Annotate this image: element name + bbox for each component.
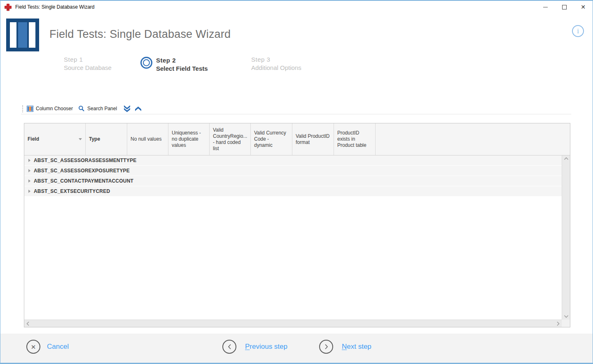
window-title: Field Tests: Single Database Wizard — [15, 4, 95, 10]
next-step-button[interactable]: Next step — [319, 340, 371, 354]
column-header-no-null-values[interactable]: No null values — [127, 123, 168, 155]
chevron-right-circle-icon — [319, 340, 333, 354]
cancel-label: Cancel — [47, 343, 69, 351]
scroll-right-icon[interactable] — [556, 321, 560, 326]
cancel-x-circle-icon: ✕ — [26, 340, 40, 354]
step-number: Step 2 — [156, 56, 208, 65]
table-row[interactable]: ABST_SC_EXTSECURITYCRED — [24, 186, 562, 197]
scroll-down-icon[interactable] — [564, 315, 569, 318]
expand-arrow-icon[interactable] — [28, 169, 30, 172]
active-step-ring-icon — [140, 57, 152, 69]
table-row[interactable]: ABST_SC_ASSESSOREXPOSURETYPE — [24, 166, 562, 176]
grid-toolbar: Column Chooser Search Panel — [21, 103, 571, 114]
column-header-valid-currency-code[interactable]: Valid Currency Code - dynamic — [251, 123, 292, 155]
column-chooser-label: Column Chooser — [36, 106, 73, 111]
step-label: Additional Options — [251, 64, 301, 72]
grid-header-row: Field Type No null values Uniqueness - n… — [24, 123, 570, 155]
column-header-productid-exists[interactable]: ProductID exists in Product table — [334, 123, 376, 155]
chevron-left-circle-icon — [222, 340, 236, 354]
column-header-valid-countryregion[interactable]: Valid CountryRegio... - hard coded list — [210, 123, 251, 155]
column-chooser-icon — [27, 106, 33, 112]
column-chooser-button[interactable]: Column Chooser — [27, 106, 73, 112]
table-row[interactable]: ABST_SC_CONTACTPAYMENTACCOUNT — [24, 176, 562, 186]
close-icon: ✕ — [581, 4, 586, 10]
table-row[interactable]: ABST_SC_ASSESSORASSESSMENTTYPE — [24, 155, 562, 166]
column-header-filler — [376, 123, 570, 155]
step-label: Select Field Tests — [156, 65, 208, 73]
expand-arrow-icon[interactable] — [28, 159, 30, 162]
expand-chevron-up-icon[interactable] — [134, 105, 142, 112]
toolbar-grip-handle[interactable] — [22, 105, 23, 112]
horizontal-scrollbar[interactable] — [24, 320, 562, 327]
app-logo-icon — [6, 19, 39, 51]
info-icon: i — [577, 27, 579, 35]
previous-step-button[interactable]: Previous step — [222, 340, 287, 354]
maximize-button[interactable] — [555, 1, 574, 13]
collapse-all-double-chevron-down-icon[interactable] — [123, 105, 131, 112]
step-label: Source Database — [64, 64, 112, 72]
title-bar: Field Tests: Single Database Wizard ✕ — [0, 1, 593, 13]
window-controls: ✕ — [536, 1, 593, 13]
step-2-select-field-tests: Step 2 Select Field Tests — [140, 56, 208, 73]
search-icon — [78, 105, 85, 112]
wizard-footer: ✕ Cancel Previous step Next step — [0, 334, 593, 363]
close-button[interactable]: ✕ — [574, 1, 593, 13]
sort-descending-icon — [79, 138, 82, 140]
search-panel-button[interactable]: Search Panel — [78, 105, 117, 112]
logo-bar-right — [29, 22, 35, 48]
step-number: Step 1 — [64, 56, 112, 64]
cancel-button[interactable]: ✕ Cancel — [26, 340, 69, 354]
previous-step-label: Previous step — [245, 343, 287, 351]
minimize-icon — [543, 7, 548, 7]
expand-arrow-icon[interactable] — [28, 190, 30, 193]
app-red-cross-icon — [5, 4, 12, 11]
step-1-source-database: Step 1 Source Database — [64, 56, 112, 72]
column-header-type[interactable]: Type — [86, 123, 127, 155]
expand-arrow-icon[interactable] — [28, 179, 30, 183]
scroll-up-icon[interactable] — [564, 157, 569, 160]
page-title: Field Tests: Single Database Wizard — [49, 28, 231, 41]
vertical-scrollbar[interactable] — [562, 155, 570, 320]
scroll-left-icon[interactable] — [26, 321, 30, 326]
column-header-field[interactable]: Field — [24, 123, 86, 155]
scrollbar-corner — [562, 320, 570, 327]
step-number: Step 3 — [251, 56, 301, 64]
grid-body: ABST_SC_ASSESSORASSESSMENTTYPE ABST_SC_A… — [24, 155, 562, 320]
info-button[interactable]: i — [572, 25, 584, 37]
column-header-valid-productid-format[interactable]: Valid ProductID format — [292, 123, 334, 155]
minimize-button[interactable] — [536, 1, 555, 13]
next-step-label: Next step — [342, 343, 371, 351]
maximize-icon — [562, 5, 567, 9]
column-header-uniqueness[interactable]: Uniqueness - no duplicate values — [168, 123, 210, 155]
step-3-additional-options: Step 3 Additional Options — [251, 56, 301, 72]
field-tests-grid: Field Type No null values Uniqueness - n… — [24, 123, 570, 327]
logo-bar-left — [10, 22, 16, 48]
logo-bar-middle — [18, 22, 27, 48]
search-panel-label: Search Panel — [87, 106, 117, 111]
